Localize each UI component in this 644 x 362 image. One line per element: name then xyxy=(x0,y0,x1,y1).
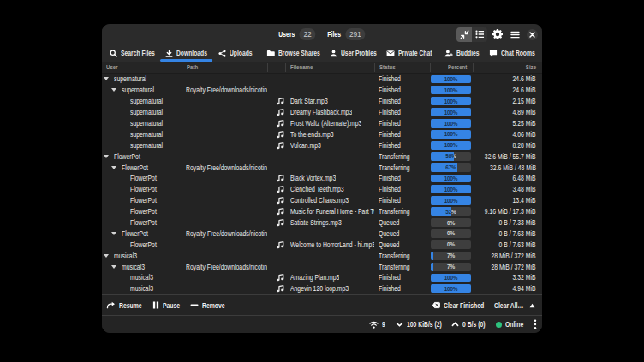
progress-label-inverse: 100% xyxy=(435,130,468,139)
tab-user-profiles[interactable]: User Profiles xyxy=(325,45,382,62)
path-text: Royalty Free/downloads/nicotin xyxy=(186,163,267,172)
tab-private-chat[interactable]: Private Chat xyxy=(381,45,437,62)
cell-size: 5.25 MiB xyxy=(473,118,542,129)
collapse-icon xyxy=(460,30,469,39)
table-row[interactable]: supernaturalVulcan.mp3Finished100%100%8.… xyxy=(102,139,542,151)
tab-browse-shares[interactable]: Browse Shares xyxy=(261,45,325,62)
cell-status: Finished xyxy=(374,272,430,283)
tab-buddies[interactable]: Buddies xyxy=(439,45,485,62)
cell-file-icon xyxy=(267,151,285,162)
table-row[interactable]: musical3Royalty Free/downloads/nicotinTr… xyxy=(102,261,542,272)
tab-search-files[interactable]: Search Files xyxy=(104,45,160,62)
progress-label-inverse: 100% xyxy=(435,185,468,193)
remove-button[interactable]: Remove xyxy=(186,295,230,315)
table-row[interactable]: supernaturalRoyalty Free/downloads/nicot… xyxy=(102,85,542,96)
table-row[interactable]: musical3Transferring7%7%28 MiB / 372 MiB xyxy=(102,250,542,261)
expander-triangle-icon[interactable] xyxy=(111,88,116,92)
table-row[interactable]: supernaturalDark Star.mp3Finished100%100… xyxy=(102,96,542,107)
table-row[interactable]: supernaturalDreamy Flashback.mp3Finished… xyxy=(102,107,542,118)
status-text: Finished xyxy=(379,196,401,205)
close-button[interactable] xyxy=(527,29,538,40)
table-row[interactable]: FlowerPotSatiate Strings.mp3Queued0%0%0 … xyxy=(102,217,542,228)
cell-path xyxy=(182,272,267,283)
cell-percent: 100%100% xyxy=(430,195,473,206)
settings-button[interactable] xyxy=(491,27,504,41)
cell-size: 28 MiB / 372 MiB xyxy=(473,250,542,261)
tab-uploads[interactable]: Uploads xyxy=(213,45,258,62)
cell-filename: Controlled Chaos.mp3 xyxy=(285,195,374,206)
progress-bar: 100%100% xyxy=(431,75,471,84)
table-row[interactable]: FlowerPotRoyalty-Free/downloads/nicotinQ… xyxy=(102,228,542,239)
column-header-percent[interactable]: Percent xyxy=(430,63,473,72)
cell-status: Transferring xyxy=(374,261,430,272)
clear-all-button[interactable]: Clear All… xyxy=(490,301,540,310)
expander-triangle-icon[interactable] xyxy=(104,77,109,80)
expander-triangle-icon[interactable] xyxy=(111,232,116,235)
collapse-view-button[interactable] xyxy=(456,27,472,42)
progress-fill: 100% xyxy=(431,130,471,139)
progress-fill: 100% xyxy=(431,119,471,128)
connection-status[interactable]: Online xyxy=(496,320,523,329)
table-row[interactable]: FlowerPotWelcome to HorrorLand - hi.mp3Q… xyxy=(102,239,542,250)
cell-status: Queued xyxy=(374,217,430,228)
cell-percent: 100%100% xyxy=(430,128,473,139)
column-header-user[interactable]: User xyxy=(102,63,182,72)
column-header-filename[interactable]: Filename xyxy=(285,63,374,72)
expander-triangle-icon[interactable] xyxy=(111,166,116,169)
table-row[interactable]: FlowerPotMusic for Funeral Home - Part T… xyxy=(102,206,542,217)
cell-status: Finished xyxy=(374,107,430,118)
main-menu-button[interactable] xyxy=(508,27,522,41)
path-text: Royalty Free/downloads/nicotin xyxy=(186,86,267,94)
table-row[interactable]: FlowerPotClenched Teeth.mp3Finished100%1… xyxy=(102,184,542,195)
table-row[interactable]: musical3Amazing Plan.mp3Finished100%100%… xyxy=(102,272,542,283)
column-header-path[interactable]: Path xyxy=(182,63,267,72)
gear-icon xyxy=(492,29,503,39)
table-row[interactable]: musical3Angevin 120 loop.mp3Finished100%… xyxy=(102,283,542,294)
table-row[interactable]: supernaturalTo the ends.mp3Finished100%1… xyxy=(102,128,542,139)
progress-label-inverse: 100% xyxy=(435,141,468,150)
column-header-size[interactable]: Size xyxy=(473,63,542,72)
pause-button[interactable]: Pause xyxy=(148,295,184,315)
table-row[interactable]: FlowerPotControlled Chaos.mp3Finished100… xyxy=(102,195,542,206)
table-row[interactable]: FlowerPotTransferring58%58%32.6 MiB / 55… xyxy=(102,151,542,162)
expander-triangle-icon[interactable] xyxy=(104,155,109,158)
download-speed-indicator[interactable]: 100 KiB/s (2) xyxy=(396,320,442,329)
tab-downloads[interactable]: Downloads xyxy=(160,45,212,62)
connections-indicator[interactable]: 9 xyxy=(369,320,385,329)
size-text: 2.15 MiB xyxy=(513,97,536,105)
cell-filename: Music for Funeral Home - Part Two xyxy=(285,206,374,217)
envelope-icon xyxy=(386,50,395,57)
progress-label: 0% xyxy=(435,240,468,249)
file-name-wrap: Vulcan.mp3 xyxy=(290,141,321,150)
table-row[interactable]: supernaturalFinished100%100%24.6 MiB xyxy=(102,74,542,85)
tab-label: Downloads xyxy=(176,49,207,57)
clear-finished-button[interactable]: Clear Finished xyxy=(427,301,488,310)
cell-size: 0 B / 7.33 MiB xyxy=(473,217,542,228)
cell-status: Transferring xyxy=(374,206,430,217)
expander-triangle-icon[interactable] xyxy=(104,254,109,258)
cell-status: Transferring xyxy=(374,250,430,261)
column-header-queue[interactable] xyxy=(267,63,285,72)
expander-triangle-icon[interactable] xyxy=(111,265,116,269)
file-name-wrap: Music for Funeral Home - Part Two xyxy=(290,207,374,216)
user-name: FlowerPot xyxy=(114,152,140,161)
table-row[interactable]: FlowerPotRoyalty Free/downloads/nicotinT… xyxy=(102,162,542,173)
column-header-status[interactable]: Status xyxy=(374,63,430,72)
resume-button[interactable]: Resume xyxy=(102,295,146,315)
table-row[interactable]: supernaturalFrost Waltz (Alternate).mp3F… xyxy=(102,118,542,129)
upload-speed-indicator[interactable]: 0 B/s (0) xyxy=(451,320,485,329)
status-text: Queued xyxy=(379,218,399,227)
folder-icon xyxy=(266,50,275,57)
file-name-wrap: Clenched Teeth.mp3 xyxy=(290,185,344,193)
list-view-button[interactable] xyxy=(472,27,487,42)
size-text: 32.6 MiB / 55.7 MiB xyxy=(485,152,536,161)
cell-percent: 100%100% xyxy=(430,74,473,85)
downloads-table: supernaturalFinished100%100%24.6 MiBsupe… xyxy=(102,74,542,294)
header-title-stats: Users 22 Files 291 xyxy=(278,24,365,45)
table-row[interactable]: FlowerPotBlack Vortex.mp3Finished100%100… xyxy=(102,173,542,184)
status-menu-button[interactable] xyxy=(534,319,537,329)
tab-chat-rooms[interactable]: Chat Rooms xyxy=(484,45,540,62)
users-label: Users xyxy=(278,30,295,39)
cell-file-icon xyxy=(267,173,285,184)
tab-bar: Search FilesDownloadsUploadsBrowse Share… xyxy=(102,45,542,62)
